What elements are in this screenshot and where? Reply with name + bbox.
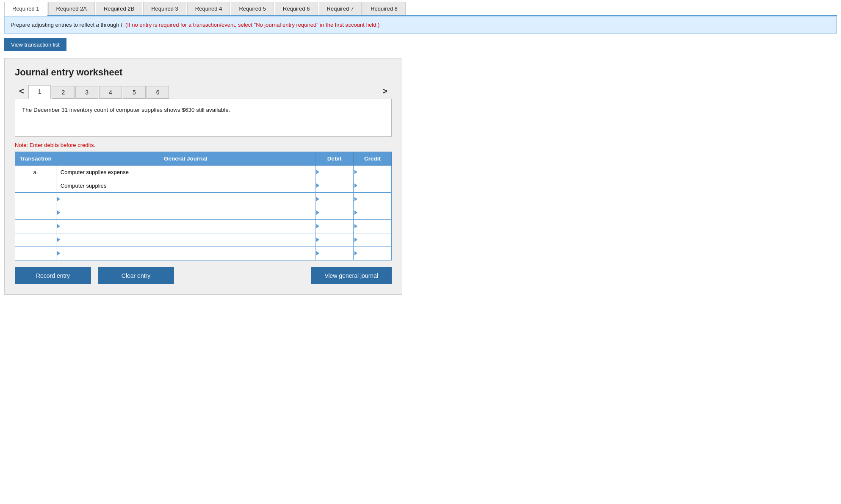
view-transaction-list-button[interactable]: View transaction list <box>4 38 66 51</box>
credit-arrow-icon <box>354 224 357 228</box>
info-text-red: (If no entry is required for a transacti… <box>125 22 379 28</box>
entry-description: The December 31 inventory count of compu… <box>15 99 392 137</box>
transaction-label <box>15 179 56 192</box>
journal-entry-input[interactable] <box>58 179 313 192</box>
debit-input[interactable] <box>315 193 353 206</box>
credit-field[interactable] <box>354 179 392 192</box>
prev-entry-arrow[interactable]: < <box>15 84 28 99</box>
col-transaction: Transaction <box>15 152 56 165</box>
bottom-buttons: Record entry Clear entry View general jo… <box>15 267 392 284</box>
journal-arrow-icon <box>57 210 60 215</box>
table-row <box>15 179 392 192</box>
table-row <box>15 192 392 206</box>
journal-entry-field[interactable] <box>56 192 315 206</box>
tab-bar: Required 1 Required 2A Required 2B Requi… <box>4 0 837 16</box>
credit-input[interactable] <box>354 166 391 179</box>
credit-field[interactable] <box>354 206 392 219</box>
transaction-label: a. <box>15 165 56 179</box>
entry-note: Note: Enter debits before credits. <box>15 142 392 148</box>
journal-entry-field[interactable] <box>56 165 315 179</box>
debit-arrow-icon <box>316 224 319 228</box>
debit-input[interactable] <box>315 166 353 179</box>
debit-input[interactable] <box>315 179 353 192</box>
credit-arrow-icon <box>354 210 357 215</box>
debit-arrow-icon <box>316 170 319 174</box>
journal-entry-input[interactable] <box>63 193 313 206</box>
info-text-normal: Prepare adjusting entries to reflect a t… <box>11 22 124 28</box>
entry-tab-6[interactable]: 6 <box>147 86 169 99</box>
journal-entry-field[interactable] <box>56 219 315 233</box>
tab-required-8[interactable]: Required 8 <box>362 2 406 15</box>
tab-required-7[interactable]: Required 7 <box>319 2 362 15</box>
debit-field[interactable] <box>315 233 354 246</box>
credit-field[interactable] <box>354 192 392 206</box>
table-row <box>15 233 392 246</box>
journal-entry-input[interactable] <box>63 206 313 219</box>
credit-input[interactable] <box>354 233 391 246</box>
journal-entry-input[interactable] <box>63 220 313 233</box>
transaction-label <box>15 233 56 246</box>
debit-field[interactable] <box>315 246 354 260</box>
tab-required-6[interactable]: Required 6 <box>275 2 318 15</box>
credit-input[interactable] <box>354 206 391 219</box>
debit-arrow-icon <box>316 238 319 242</box>
table-row: a. <box>15 165 392 179</box>
tab-required-5[interactable]: Required 5 <box>231 2 274 15</box>
debit-arrow-icon <box>316 210 319 215</box>
entry-tab-4[interactable]: 4 <box>99 86 122 99</box>
tab-required-2a[interactable]: Required 2A <box>48 2 95 15</box>
entry-tab-1[interactable]: 1 <box>28 85 51 99</box>
journal-table: Transaction General Journal Debit Credit… <box>15 152 392 260</box>
record-entry-button[interactable]: Record entry <box>15 267 91 284</box>
credit-field[interactable] <box>354 165 392 179</box>
debit-input[interactable] <box>315 206 353 219</box>
col-debit: Debit <box>315 152 354 165</box>
transaction-label <box>15 219 56 233</box>
debit-field[interactable] <box>315 219 354 233</box>
journal-entry-input[interactable] <box>63 247 313 260</box>
debit-arrow-icon <box>316 251 319 255</box>
credit-field[interactable] <box>354 246 392 260</box>
credit-input[interactable] <box>354 179 391 192</box>
next-entry-arrow[interactable]: > <box>378 84 392 99</box>
credit-input[interactable] <box>354 247 391 260</box>
table-row <box>15 246 392 260</box>
debit-input[interactable] <box>315 247 353 260</box>
credit-input[interactable] <box>354 220 391 233</box>
transaction-label <box>15 246 56 260</box>
tab-required-1[interactable]: Required 1 <box>4 2 47 16</box>
tab-required-2b[interactable]: Required 2B <box>96 2 142 15</box>
journal-entry-input[interactable] <box>58 166 313 179</box>
journal-arrow-icon <box>57 224 60 228</box>
credit-arrow-icon <box>354 251 357 255</box>
credit-field[interactable] <box>354 233 392 246</box>
tab-required-3[interactable]: Required 3 <box>143 2 186 15</box>
debit-field[interactable] <box>315 206 354 219</box>
journal-arrow-icon <box>57 197 60 201</box>
clear-entry-button[interactable]: Clear entry <box>98 267 174 284</box>
journal-entry-field[interactable] <box>56 206 315 219</box>
journal-entry-input[interactable] <box>63 233 313 246</box>
debit-field[interactable] <box>315 165 354 179</box>
credit-field[interactable] <box>354 219 392 233</box>
tab-required-4[interactable]: Required 4 <box>187 2 230 15</box>
entry-tab-3[interactable]: 3 <box>75 86 98 99</box>
debit-field[interactable] <box>315 192 354 206</box>
journal-entry-field[interactable] <box>56 179 315 192</box>
journal-entry-field[interactable] <box>56 246 315 260</box>
debit-arrow-icon <box>316 183 319 188</box>
table-row <box>15 206 392 219</box>
debit-input[interactable] <box>315 233 353 246</box>
journal-arrow-icon <box>57 238 60 242</box>
journal-entry-worksheet: Journal entry worksheet < 1 2 3 4 5 6 > … <box>4 58 402 295</box>
debit-input[interactable] <box>315 220 353 233</box>
debit-field[interactable] <box>315 179 354 192</box>
col-general-journal: General Journal <box>56 152 315 165</box>
journal-arrow-icon <box>57 251 60 255</box>
view-general-journal-button[interactable]: View general journal <box>311 267 392 284</box>
entry-tab-5[interactable]: 5 <box>123 86 146 99</box>
transaction-label <box>15 192 56 206</box>
journal-entry-field[interactable] <box>56 233 315 246</box>
entry-tab-2[interactable]: 2 <box>52 86 75 99</box>
credit-input[interactable] <box>354 193 391 206</box>
